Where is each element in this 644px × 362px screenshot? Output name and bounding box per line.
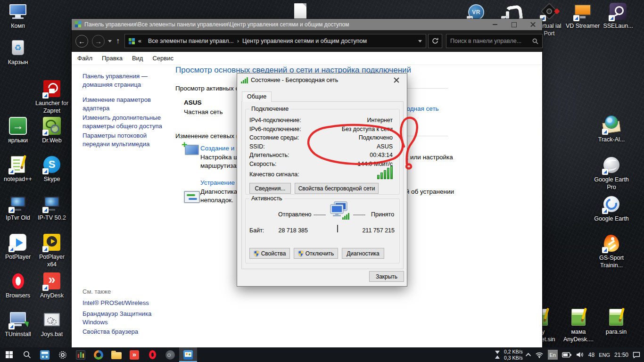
taskbar-anydesk-button[interactable] — [125, 347, 143, 362]
minimize-button[interactable] — [486, 19, 504, 30]
navigation-bar: ← → ↑ « Все элементы панели управл... › … — [72, 30, 542, 52]
desktop-icon-skype[interactable]: Skype — [34, 155, 69, 183]
sidebar-item-adapter-settings[interactable]: Изменение параметров адаптера — [83, 96, 166, 113]
desktop-icon-browsers[interactable]: Browsers — [0, 272, 35, 299]
sidebar-item-firewall[interactable]: Брандмауэр Защитника Windows — [83, 310, 163, 327]
desktop-icon-notepadpp[interactable]: notepad++ — [0, 155, 35, 183]
desktop-icon-iptvr-old[interactable]: IpTvr Old — [0, 194, 35, 222]
desktop-icon-sselauncher[interactable]: SSELaun... — [601, 2, 636, 30]
taskbar-search-button[interactable] — [18, 347, 36, 362]
spider-magnifier-icon — [34, 116, 69, 135]
language-indicator[interactable]: ENG — [599, 352, 610, 358]
menu-file[interactable]: Файл — [73, 55, 97, 62]
taskbar-monitor-app-button[interactable] — [72, 347, 90, 362]
search-input[interactable] — [450, 38, 532, 44]
sidebar-item-media-streaming[interactable]: Параметры потоковой передачи мультимедиа — [83, 132, 167, 148]
network-type: Частная сеть — [184, 108, 223, 115]
search-box[interactable] — [446, 34, 543, 48]
tab-general[interactable]: Общие — [242, 91, 272, 102]
shortcut-arrow-icon — [8, 323, 15, 329]
address-bar[interactable]: « Все элементы панели управл... › Центр … — [124, 34, 426, 48]
close-button[interactable] — [523, 19, 542, 30]
desktop-icon-track-al[interactable]: Track-Al... — [594, 115, 629, 143]
hidden-icons-chevron-icon[interactable] — [526, 353, 531, 358]
address-dropdown-chevron-icon[interactable] — [418, 40, 422, 42]
close-icon[interactable] — [386, 74, 407, 87]
back-button[interactable]: ← — [75, 35, 88, 48]
sidebar-item-home[interactable]: Панель управления — домашняя страница — [83, 72, 166, 89]
desktop-icon-google-earth-pro[interactable]: Google Earth Pro — [594, 156, 629, 191]
row-value: Подключено — [359, 134, 393, 141]
desktop-icon-shortcuts[interactable]: ярлыки — [0, 116, 35, 144]
play-triangle-icon — [0, 233, 35, 252]
up-button[interactable]: ↑ — [116, 37, 120, 45]
input-language-badge[interactable]: En — [548, 350, 558, 360]
menu-service[interactable]: Сервис — [148, 55, 178, 62]
diagnostics-button[interactable]: Диагностика — [342, 248, 384, 259]
dialog-titlebar[interactable]: Состояние - Беспроводная сеть — [237, 74, 407, 87]
sin-file-icon — [561, 308, 596, 327]
desktop-icon-label: Skype — [34, 175, 69, 183]
wireless-properties-button[interactable]: Свойства беспроводной сети — [295, 183, 379, 194]
taskbar-settings-button[interactable] — [54, 347, 72, 362]
desktop-icon-vd-streamer[interactable]: VD Streamer — [565, 2, 600, 30]
desktop-icon-zapret[interactable]: Launcher for Zapret — [34, 79, 69, 115]
window-titlebar[interactable]: Панель управления\Все элементы панели уп… — [72, 19, 542, 30]
breadcrumb-overflow[interactable]: « — [138, 38, 141, 44]
desktop-icon-potplayer-x64[interactable]: PotPlayer x64 — [34, 233, 69, 268]
taskbar-explorer-button[interactable] — [107, 347, 125, 362]
desktop-icon-para-sin[interactable]: para.sin — [599, 308, 634, 336]
search-icon — [532, 38, 538, 44]
recent-pages-chevron-icon[interactable] — [108, 40, 112, 42]
desktop-icon-joys-bat[interactable]: Joys.bat — [34, 310, 69, 338]
properties-button[interactable]: Свойства — [249, 248, 290, 259]
clock[interactable]: 21:50 — [614, 352, 628, 358]
sidebar-item-browser-properties[interactable]: Свойства браузера — [83, 328, 138, 336]
menu-view[interactable]: Вид — [127, 55, 148, 62]
temperature-indicator[interactable]: 48 — [588, 352, 594, 358]
sidebar-item-intel-proset[interactable]: Intel® PROSet/Wireless — [83, 299, 149, 307]
desktop-icon-gs-sport[interactable]: GS-Sport Trainin... — [594, 234, 629, 269]
taskbar-round-app-button[interactable] — [161, 347, 179, 362]
network-speed-indicator[interactable]: 0,2 KB/s 0,3 KB/s — [504, 349, 523, 360]
desktop-icon-recycle-bin[interactable]: Карзын — [0, 38, 35, 66]
taskbar-control-panel-button[interactable] — [179, 347, 197, 362]
desktop-icon-mama-anydesk[interactable]: мама AnyDesk.... — [561, 308, 596, 343]
desktop-icon-label: Карзын — [0, 58, 35, 66]
desktop-icon-google-earth[interactable]: Google Earth — [594, 195, 629, 222]
opera-ring-icon — [0, 272, 35, 290]
taskbar-opera-button[interactable] — [143, 347, 161, 362]
desktop-icon-potplayer[interactable]: PotPlayer — [0, 233, 35, 261]
desktop-icon-iptv-502[interactable]: IP-TV 50.2 — [34, 194, 69, 222]
disconnect-button[interactable]: Отключить — [294, 248, 338, 259]
button-label: Диагностика — [347, 250, 380, 257]
breadcrumb-all-items[interactable]: Все элементы панели управл... — [148, 38, 234, 44]
desktop-icon-anydesk[interactable]: AnyDesk — [34, 272, 69, 299]
shortcut-arrow-icon — [573, 15, 579, 21]
menu-edit[interactable]: Правка — [97, 55, 127, 62]
desktop-icon-tuninstall[interactable]: TUninstall — [0, 310, 35, 338]
button-label: Отключить — [305, 250, 334, 257]
battery-icon[interactable] — [562, 352, 572, 358]
taskbar-ring-app-button[interactable] — [90, 347, 107, 362]
button-label: Свойства — [261, 250, 286, 257]
details-button[interactable]: Сведения... — [249, 183, 291, 194]
wifi-icon[interactable] — [535, 352, 544, 358]
network-name: ASUS — [184, 99, 202, 106]
breadcrumb-network-center[interactable]: Центр управления сетями и общим доступом — [242, 38, 367, 44]
close-dialog-button[interactable]: Закрыть — [369, 271, 404, 282]
divider — [337, 225, 338, 232]
folder-icon — [111, 352, 122, 359]
desktop-icon-computer[interactable]: Комп — [0, 2, 35, 30]
taskbar-calculator-button[interactable] — [36, 347, 54, 362]
desktop-icon-document[interactable] — [283, 2, 318, 21]
action-center-icon[interactable] — [633, 352, 640, 358]
desktop-icon-drweb[interactable]: Dr.Web — [34, 116, 69, 144]
maximize-button[interactable] — [504, 19, 523, 30]
sidebar-item-sharing-settings[interactable]: Изменить дополнительные параметры общего… — [83, 114, 179, 131]
row-label: IPv6-подключение: — [249, 126, 301, 132]
volume-icon[interactable] — [576, 352, 584, 358]
start-button[interactable] — [0, 347, 18, 362]
refresh-button[interactable] — [428, 34, 442, 48]
forward-button[interactable]: → — [92, 35, 105, 48]
